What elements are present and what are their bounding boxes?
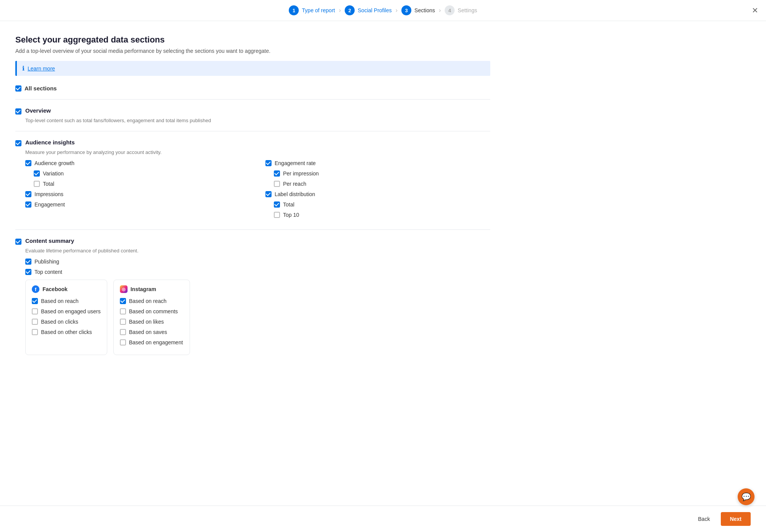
total-checkbox[interactable] (34, 181, 40, 187)
overview-title: Overview (25, 107, 51, 114)
facebook-icon: f (32, 285, 39, 293)
page-title: Select your aggregated data sections (15, 35, 490, 45)
fb-clicks-checkbox[interactable] (32, 319, 38, 325)
all-sections-label: All sections (25, 85, 57, 92)
ig-saves-checkbox[interactable] (120, 329, 126, 335)
platform-cards: f Facebook Based on reach Based on engag… (25, 280, 490, 355)
step-separator-3: › (439, 7, 441, 14)
top10-checkbox[interactable] (274, 212, 280, 218)
stepper-steps: 1 Type of report › 2 Social Profiles › 3… (289, 5, 477, 15)
all-sections-row: All sections (15, 85, 490, 92)
step-2[interactable]: 2 Social Profiles (345, 5, 392, 15)
instagram-label: Instagram (131, 286, 156, 292)
audience-insights-header: Audience insights (15, 139, 490, 146)
ig-saves-label: Based on saves (129, 329, 167, 335)
per-impression-row: Per impression (274, 170, 490, 177)
ig-likes-row: Based on likes (120, 318, 183, 325)
fb-other-clicks-label: Based on other clicks (41, 329, 92, 335)
fb-clicks-row: Based on clicks (32, 318, 101, 325)
top-content-label: Top content (34, 269, 62, 275)
step-1-label: Type of report (302, 7, 335, 13)
engagement-rate-checkbox[interactable] (265, 160, 272, 166)
engagement-row: Engagement (25, 201, 250, 208)
close-button[interactable]: ✕ (752, 7, 758, 14)
fb-reach-checkbox[interactable] (32, 298, 38, 304)
label-distribution-label: Label distribution (275, 191, 315, 197)
content-summary-desc: Evaluate lifetime performance of publish… (25, 248, 490, 254)
content-summary-items: Publishing Top content f Facebook (25, 258, 490, 355)
per-impression-checkbox[interactable] (274, 170, 280, 177)
top-content-checkbox[interactable] (25, 269, 31, 275)
step-3[interactable]: 3 Sections (401, 5, 435, 15)
per-reach-label: Per reach (283, 181, 306, 187)
fb-engaged-row: Based on engaged users (32, 308, 101, 314)
impressions-row: Impressions (25, 191, 250, 197)
step-2-num: 2 (345, 5, 355, 15)
audience-insights-checkbox[interactable] (15, 140, 21, 146)
publishing-checkbox[interactable] (25, 259, 31, 265)
ig-reach-label: Based on reach (129, 298, 167, 304)
ig-likes-checkbox[interactable] (120, 319, 126, 325)
ig-engagement-checkbox[interactable] (120, 339, 126, 345)
total-label: Total (43, 181, 54, 187)
content-summary-checkbox[interactable] (15, 239, 21, 245)
instagram-icon: ◎ (120, 285, 128, 293)
step-1[interactable]: 1 Type of report (289, 5, 335, 15)
audience-growth-checkbox[interactable] (25, 160, 31, 166)
fb-reach-row: Based on reach (32, 298, 101, 304)
content-summary-section: Content summary Evaluate lifetime perfor… (15, 237, 490, 355)
per-reach-checkbox[interactable] (274, 181, 280, 187)
ig-saves-row: Based on saves (120, 329, 183, 335)
variation-label: Variation (43, 170, 64, 177)
per-impression-label: Per impression (283, 170, 319, 177)
impressions-checkbox[interactable] (25, 191, 31, 197)
page-subtitle: Add a top-level overview of your social … (15, 48, 490, 54)
per-reach-row: Per reach (274, 180, 490, 187)
all-sections-checkbox[interactable] (15, 85, 21, 92)
fb-other-clicks-checkbox[interactable] (32, 329, 38, 335)
ig-engagement-row: Based on engagement (120, 339, 183, 345)
divider-1 (15, 131, 490, 131)
fb-other-clicks-row: Based on other clicks (32, 329, 101, 335)
audience-right-col: Engagement rate Per impression Per reach… (265, 160, 490, 222)
step-separator-1: › (339, 7, 341, 14)
audience-growth-label: Audience growth (34, 160, 74, 166)
content-summary-title: Content summary (25, 237, 74, 244)
variation-checkbox[interactable] (34, 170, 40, 177)
engagement-rate-row: Engagement rate (265, 160, 490, 166)
publishing-row: Publishing (25, 258, 490, 265)
label-total-checkbox[interactable] (274, 201, 280, 208)
ig-engagement-label: Based on engagement (129, 339, 183, 345)
label-total-row: Total (274, 201, 490, 208)
label-distribution-checkbox[interactable] (265, 191, 272, 197)
step-3-num: 3 (401, 5, 411, 15)
engagement-checkbox[interactable] (25, 201, 31, 208)
audience-insights-section: Audience insights Measure your performan… (15, 139, 490, 222)
label-distribution-row: Label distribution (265, 191, 490, 197)
fb-reach-label: Based on reach (41, 298, 79, 304)
main-content: Select your aggregated data sections Add… (0, 21, 506, 370)
step-4[interactable]: 4 Settings (445, 5, 477, 15)
audience-insights-desc: Measure your performance by analyzing yo… (25, 149, 490, 155)
fb-engaged-checkbox[interactable] (32, 308, 38, 314)
divider-2 (15, 229, 490, 230)
overview-checkbox[interactable] (15, 108, 21, 115)
ig-comments-label: Based on comments (129, 308, 178, 314)
ig-reach-checkbox[interactable] (120, 298, 126, 304)
total-row: Total (34, 180, 250, 187)
instagram-card-header: ◎ Instagram (120, 285, 183, 293)
ig-comments-row: Based on comments (120, 308, 183, 314)
facebook-label: Facebook (43, 286, 67, 292)
overview-header: Overview (15, 107, 490, 115)
facebook-card-header: f Facebook (32, 285, 101, 293)
audience-insights-cols: Audience growth Variation Total Impressi… (25, 160, 490, 222)
ig-reach-row: Based on reach (120, 298, 183, 304)
info-icon: ℹ (22, 65, 25, 72)
overview-section: Overview Top-level content such as total… (15, 107, 490, 123)
publishing-label: Publishing (34, 259, 59, 265)
ig-likes-label: Based on likes (129, 319, 164, 325)
top10-row: Top 10 (274, 211, 490, 218)
ig-comments-checkbox[interactable] (120, 308, 126, 314)
step-4-num: 4 (445, 5, 455, 15)
learn-more-link[interactable]: Learn more (28, 65, 55, 72)
